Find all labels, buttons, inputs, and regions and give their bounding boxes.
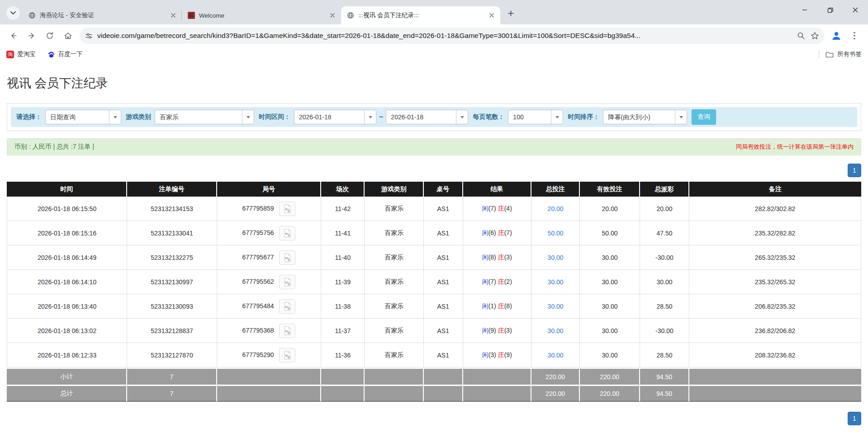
window-restore-button[interactable] — [817, 0, 843, 20]
cell-note: 235.32/282.82 — [689, 221, 861, 245]
cell-bet-id: 523132134153 — [127, 197, 217, 221]
close-icon — [853, 7, 858, 13]
cell-payout: 47.50 — [640, 221, 690, 245]
per-page-select[interactable]: 100 — [508, 110, 563, 124]
reload-button[interactable] — [42, 28, 57, 43]
site-settings-icon[interactable] — [85, 32, 93, 40]
bookmark-taobao[interactable]: 淘 爱淘宝 — [6, 50, 36, 58]
table-row: 2026-01-18 06:13:40523132130093677795484… — [7, 294, 861, 319]
site-red-icon — [187, 12, 195, 19]
date-start-select[interactable]: 2026-01-18 — [294, 110, 376, 124]
table-row: 2026-01-18 06:15:16523132133041677795756… — [7, 221, 861, 245]
cell-note: 282.82/302.82 — [689, 197, 861, 221]
page-1-button[interactable]: 1 — [848, 412, 861, 425]
total-bet-link[interactable]: 20.00 — [548, 205, 564, 212]
cell-table-no: AS1 — [424, 245, 463, 270]
result-text: 闲(7) 庄(4) — [482, 205, 512, 212]
cell-game-type: 百家乐 — [365, 245, 423, 270]
date-end-select[interactable]: 2026-01-18 — [386, 110, 468, 124]
total-bet-link[interactable]: 30.00 — [548, 303, 564, 310]
total-bet-link[interactable]: 30.00 — [548, 254, 564, 261]
bookmark-label: 爱淘宝 — [17, 50, 36, 58]
bookmark-baidu[interactable]: 百度一下 — [47, 50, 83, 58]
video-replay-button[interactable] — [279, 348, 295, 362]
new-tab-button[interactable] — [504, 6, 517, 20]
bookmark-star-icon[interactable] — [811, 32, 819, 40]
baidu-paw-icon — [47, 51, 55, 58]
globe-icon — [28, 12, 36, 19]
total-bet-link[interactable]: 50.00 — [548, 230, 564, 237]
sort-select[interactable]: 降幂(由大到小) — [603, 110, 687, 124]
video-file-icon — [283, 351, 292, 360]
chevron-down-icon — [10, 11, 16, 15]
cell-valid-bet: 30.00 — [580, 245, 640, 270]
video-replay-button[interactable] — [279, 324, 295, 338]
cell-total-label: 总计 — [7, 385, 127, 402]
total-bet-link[interactable]: 30.00 — [548, 352, 564, 359]
video-file-icon — [283, 326, 292, 335]
cell-round: 677795368 — [217, 319, 321, 343]
taobao-icon: 淘 — [6, 51, 14, 58]
cell-valid-bet: 220.00 — [580, 367, 640, 385]
table-header-row: 时间注单编号局号场次游戏类别桌号结果总投注有效投注总派彩备注 — [7, 182, 861, 197]
cell-table-no: AS1 — [424, 294, 463, 319]
tab-close-icon[interactable] — [328, 11, 337, 19]
all-bookmarks-button[interactable]: 所有书签 — [825, 50, 862, 58]
cell-time: 2026-01-18 06:14:49 — [7, 245, 127, 270]
video-replay-button[interactable] — [279, 202, 295, 216]
window-close-button[interactable] — [843, 0, 868, 20]
per-page-label: 每页笔数： — [473, 113, 504, 121]
tab-close-icon[interactable] — [488, 11, 496, 19]
forward-button[interactable] — [24, 28, 39, 43]
column-header: 局号 — [217, 182, 321, 197]
table-row: 2026-01-18 06:14:49523132132275677795677… — [7, 245, 861, 270]
cell-game-type: 百家乐 — [365, 294, 423, 319]
tab-bet-records[interactable]: :::视讯 会员下注纪录::: — [341, 6, 500, 24]
column-header: 总投注 — [531, 182, 580, 197]
cell-empty — [365, 385, 423, 402]
profile-avatar[interactable] — [829, 28, 844, 43]
game-type-value: 百家乐 — [155, 110, 242, 124]
sort-value: 降幂(由大到小) — [603, 110, 675, 124]
address-bar[interactable]: videoie.com/game/betrecord_search/kind3?… — [80, 28, 825, 44]
cell-empty — [365, 367, 423, 385]
round-number: 677795368 — [242, 327, 274, 334]
cell-time: 2026-01-18 06:13:40 — [7, 294, 127, 319]
summary-bar: 币别 : 人民币 | 总共 :7 注单 | 同局有效投注，统一计算在该局第一张注… — [7, 138, 861, 155]
query-type-select[interactable]: 日期查询 — [45, 110, 121, 124]
globe-icon — [346, 12, 354, 19]
home-button[interactable] — [60, 28, 76, 43]
browser-menu-button[interactable] — [847, 28, 862, 43]
video-replay-button[interactable] — [279, 226, 295, 240]
tab-forum[interactable]: 海燕论坛 - 安全验证 — [23, 6, 182, 24]
tab-welcome[interactable]: Welcome — [182, 6, 341, 24]
cell-total-bet: 30.00 — [531, 343, 580, 367]
per-page-value: 100 — [508, 110, 551, 124]
video-replay-button[interactable] — [279, 275, 295, 289]
cell-table-no: AS1 — [424, 270, 463, 294]
cell-empty — [424, 385, 463, 402]
total-bet-link[interactable]: 30.00 — [548, 278, 564, 286]
cell-valid-bet: 50.00 — [580, 221, 640, 245]
game-type-select[interactable]: 百家乐 — [155, 110, 254, 124]
video-replay-button[interactable] — [279, 299, 295, 314]
cell-session: 11-40 — [321, 245, 365, 270]
search-button[interactable]: 查询 — [692, 109, 716, 125]
chevron-down-icon — [456, 110, 468, 124]
chevron-down-icon — [551, 110, 563, 124]
cell-note: 265.32/235.32 — [689, 245, 861, 270]
video-replay-button[interactable] — [279, 250, 295, 265]
cell-round: 677795756 — [217, 221, 321, 245]
url-text[interactable]: videoie.com/game/betrecord_search/kind3?… — [97, 32, 792, 40]
zoom-icon[interactable] — [797, 32, 805, 40]
chevron-down-icon — [675, 110, 687, 124]
total-bet-link[interactable]: 30.00 — [548, 327, 564, 334]
tab-search-button[interactable] — [6, 6, 20, 20]
cell-payout: -30.00 — [640, 319, 690, 343]
cell-note: 235.32/265.32 — [689, 270, 861, 294]
page-1-button[interactable]: 1 — [848, 164, 861, 177]
restore-icon — [827, 7, 833, 13]
tab-close-icon[interactable] — [169, 11, 177, 19]
window-minimize-button[interactable] — [792, 0, 817, 20]
back-button[interactable] — [6, 28, 21, 43]
